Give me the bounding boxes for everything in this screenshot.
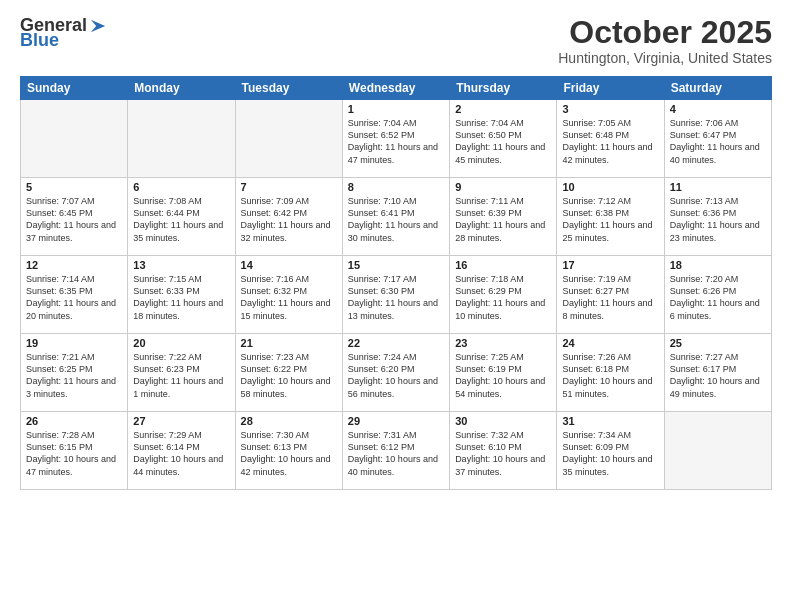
calendar-cell-empty bbox=[664, 412, 771, 490]
day-detail: Sunrise: 7:21 AMSunset: 6:25 PMDaylight:… bbox=[26, 351, 122, 400]
day-number: 27 bbox=[133, 415, 229, 427]
day-number: 31 bbox=[562, 415, 658, 427]
day-detail: Sunrise: 7:22 AMSunset: 6:23 PMDaylight:… bbox=[133, 351, 229, 400]
day-detail: Sunrise: 7:13 AMSunset: 6:36 PMDaylight:… bbox=[670, 195, 766, 244]
day-detail: Sunrise: 7:34 AMSunset: 6:09 PMDaylight:… bbox=[562, 429, 658, 478]
calendar-cell-30: 30Sunrise: 7:32 AMSunset: 6:10 PMDayligh… bbox=[450, 412, 557, 490]
day-detail: Sunrise: 7:30 AMSunset: 6:13 PMDaylight:… bbox=[241, 429, 337, 478]
calendar-cell-9: 9Sunrise: 7:11 AMSunset: 6:39 PMDaylight… bbox=[450, 178, 557, 256]
calendar-cell-4: 4Sunrise: 7:06 AMSunset: 6:47 PMDaylight… bbox=[664, 100, 771, 178]
day-number: 23 bbox=[455, 337, 551, 349]
day-number: 5 bbox=[26, 181, 122, 193]
day-detail: Sunrise: 7:18 AMSunset: 6:29 PMDaylight:… bbox=[455, 273, 551, 322]
column-header-monday: Monday bbox=[128, 77, 235, 100]
day-number: 9 bbox=[455, 181, 551, 193]
day-number: 21 bbox=[241, 337, 337, 349]
week-row-1: 5Sunrise: 7:07 AMSunset: 6:45 PMDaylight… bbox=[21, 178, 772, 256]
calendar-cell-empty bbox=[128, 100, 235, 178]
calendar-cell-18: 18Sunrise: 7:20 AMSunset: 6:26 PMDayligh… bbox=[664, 256, 771, 334]
calendar-cell-10: 10Sunrise: 7:12 AMSunset: 6:38 PMDayligh… bbox=[557, 178, 664, 256]
calendar-cell-13: 13Sunrise: 7:15 AMSunset: 6:33 PMDayligh… bbox=[128, 256, 235, 334]
day-detail: Sunrise: 7:15 AMSunset: 6:33 PMDaylight:… bbox=[133, 273, 229, 322]
day-number: 7 bbox=[241, 181, 337, 193]
day-number: 3 bbox=[562, 103, 658, 115]
calendar-cell-2: 2Sunrise: 7:04 AMSunset: 6:50 PMDaylight… bbox=[450, 100, 557, 178]
calendar-cell-22: 22Sunrise: 7:24 AMSunset: 6:20 PMDayligh… bbox=[342, 334, 449, 412]
calendar-cell-15: 15Sunrise: 7:17 AMSunset: 6:30 PMDayligh… bbox=[342, 256, 449, 334]
calendar-header-row: SundayMondayTuesdayWednesdayThursdayFrid… bbox=[21, 77, 772, 100]
logo: General Blue bbox=[20, 15, 107, 51]
day-detail: Sunrise: 7:04 AMSunset: 6:50 PMDaylight:… bbox=[455, 117, 551, 166]
calendar-cell-29: 29Sunrise: 7:31 AMSunset: 6:12 PMDayligh… bbox=[342, 412, 449, 490]
day-detail: Sunrise: 7:09 AMSunset: 6:42 PMDaylight:… bbox=[241, 195, 337, 244]
day-detail: Sunrise: 7:08 AMSunset: 6:44 PMDaylight:… bbox=[133, 195, 229, 244]
day-number: 28 bbox=[241, 415, 337, 427]
day-detail: Sunrise: 7:06 AMSunset: 6:47 PMDaylight:… bbox=[670, 117, 766, 166]
day-number: 14 bbox=[241, 259, 337, 271]
day-number: 13 bbox=[133, 259, 229, 271]
month-title: October 2025 bbox=[558, 15, 772, 50]
calendar-cell-empty bbox=[235, 100, 342, 178]
day-number: 11 bbox=[670, 181, 766, 193]
logo-blue-text: Blue bbox=[20, 30, 59, 51]
calendar-cell-3: 3Sunrise: 7:05 AMSunset: 6:48 PMDaylight… bbox=[557, 100, 664, 178]
day-number: 10 bbox=[562, 181, 658, 193]
day-detail: Sunrise: 7:23 AMSunset: 6:22 PMDaylight:… bbox=[241, 351, 337, 400]
day-number: 22 bbox=[348, 337, 444, 349]
calendar-cell-8: 8Sunrise: 7:10 AMSunset: 6:41 PMDaylight… bbox=[342, 178, 449, 256]
calendar-cell-20: 20Sunrise: 7:22 AMSunset: 6:23 PMDayligh… bbox=[128, 334, 235, 412]
column-header-wednesday: Wednesday bbox=[342, 77, 449, 100]
column-header-thursday: Thursday bbox=[450, 77, 557, 100]
calendar-cell-7: 7Sunrise: 7:09 AMSunset: 6:42 PMDaylight… bbox=[235, 178, 342, 256]
day-detail: Sunrise: 7:05 AMSunset: 6:48 PMDaylight:… bbox=[562, 117, 658, 166]
column-header-tuesday: Tuesday bbox=[235, 77, 342, 100]
day-detail: Sunrise: 7:24 AMSunset: 6:20 PMDaylight:… bbox=[348, 351, 444, 400]
title-block: October 2025 Huntington, Virginia, Unite… bbox=[558, 15, 772, 66]
day-detail: Sunrise: 7:31 AMSunset: 6:12 PMDaylight:… bbox=[348, 429, 444, 478]
calendar-cell-28: 28Sunrise: 7:30 AMSunset: 6:13 PMDayligh… bbox=[235, 412, 342, 490]
calendar-cell-empty bbox=[21, 100, 128, 178]
calendar-cell-27: 27Sunrise: 7:29 AMSunset: 6:14 PMDayligh… bbox=[128, 412, 235, 490]
day-number: 24 bbox=[562, 337, 658, 349]
location: Huntington, Virginia, United States bbox=[558, 50, 772, 66]
calendar-cell-14: 14Sunrise: 7:16 AMSunset: 6:32 PMDayligh… bbox=[235, 256, 342, 334]
day-number: 25 bbox=[670, 337, 766, 349]
calendar-cell-5: 5Sunrise: 7:07 AMSunset: 6:45 PMDaylight… bbox=[21, 178, 128, 256]
week-row-3: 19Sunrise: 7:21 AMSunset: 6:25 PMDayligh… bbox=[21, 334, 772, 412]
day-detail: Sunrise: 7:04 AMSunset: 6:52 PMDaylight:… bbox=[348, 117, 444, 166]
day-detail: Sunrise: 7:12 AMSunset: 6:38 PMDaylight:… bbox=[562, 195, 658, 244]
day-detail: Sunrise: 7:29 AMSunset: 6:14 PMDaylight:… bbox=[133, 429, 229, 478]
column-header-sunday: Sunday bbox=[21, 77, 128, 100]
day-number: 16 bbox=[455, 259, 551, 271]
day-detail: Sunrise: 7:17 AMSunset: 6:30 PMDaylight:… bbox=[348, 273, 444, 322]
calendar-cell-19: 19Sunrise: 7:21 AMSunset: 6:25 PMDayligh… bbox=[21, 334, 128, 412]
calendar-cell-12: 12Sunrise: 7:14 AMSunset: 6:35 PMDayligh… bbox=[21, 256, 128, 334]
day-detail: Sunrise: 7:20 AMSunset: 6:26 PMDaylight:… bbox=[670, 273, 766, 322]
calendar-cell-1: 1Sunrise: 7:04 AMSunset: 6:52 PMDaylight… bbox=[342, 100, 449, 178]
day-number: 8 bbox=[348, 181, 444, 193]
day-detail: Sunrise: 7:16 AMSunset: 6:32 PMDaylight:… bbox=[241, 273, 337, 322]
calendar-cell-25: 25Sunrise: 7:27 AMSunset: 6:17 PMDayligh… bbox=[664, 334, 771, 412]
day-detail: Sunrise: 7:11 AMSunset: 6:39 PMDaylight:… bbox=[455, 195, 551, 244]
day-detail: Sunrise: 7:14 AMSunset: 6:35 PMDaylight:… bbox=[26, 273, 122, 322]
svg-marker-0 bbox=[91, 19, 105, 32]
logo-arrow-icon bbox=[89, 17, 107, 35]
day-number: 26 bbox=[26, 415, 122, 427]
day-number: 18 bbox=[670, 259, 766, 271]
day-detail: Sunrise: 7:07 AMSunset: 6:45 PMDaylight:… bbox=[26, 195, 122, 244]
day-detail: Sunrise: 7:26 AMSunset: 6:18 PMDaylight:… bbox=[562, 351, 658, 400]
week-row-0: 1Sunrise: 7:04 AMSunset: 6:52 PMDaylight… bbox=[21, 100, 772, 178]
day-number: 4 bbox=[670, 103, 766, 115]
calendar-cell-21: 21Sunrise: 7:23 AMSunset: 6:22 PMDayligh… bbox=[235, 334, 342, 412]
day-number: 2 bbox=[455, 103, 551, 115]
day-detail: Sunrise: 7:32 AMSunset: 6:10 PMDaylight:… bbox=[455, 429, 551, 478]
week-row-2: 12Sunrise: 7:14 AMSunset: 6:35 PMDayligh… bbox=[21, 256, 772, 334]
day-number: 6 bbox=[133, 181, 229, 193]
calendar-cell-23: 23Sunrise: 7:25 AMSunset: 6:19 PMDayligh… bbox=[450, 334, 557, 412]
day-detail: Sunrise: 7:27 AMSunset: 6:17 PMDaylight:… bbox=[670, 351, 766, 400]
page: General Blue October 2025 Huntington, Vi… bbox=[0, 0, 792, 612]
day-number: 15 bbox=[348, 259, 444, 271]
week-row-4: 26Sunrise: 7:28 AMSunset: 6:15 PMDayligh… bbox=[21, 412, 772, 490]
day-detail: Sunrise: 7:28 AMSunset: 6:15 PMDaylight:… bbox=[26, 429, 122, 478]
day-number: 30 bbox=[455, 415, 551, 427]
